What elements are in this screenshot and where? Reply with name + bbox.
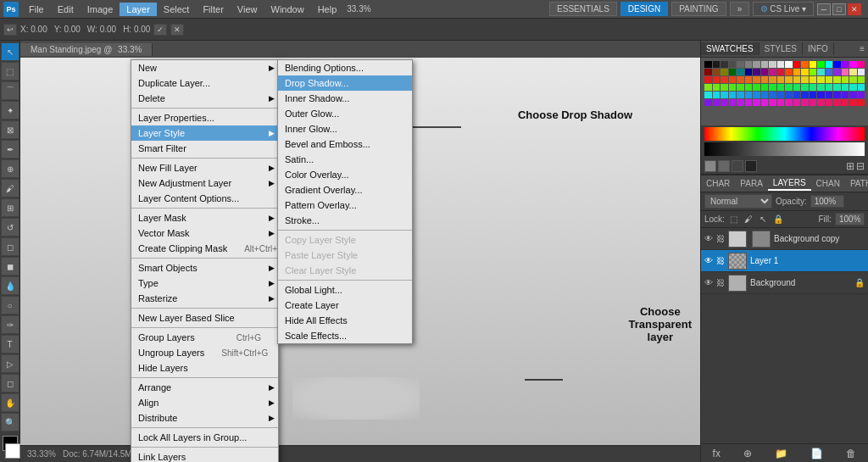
lock-all-btn[interactable]: 🔒: [771, 214, 785, 224]
move-tool[interactable]: ↖: [1, 42, 19, 61]
shape-tool[interactable]: ◻: [1, 374, 19, 392]
swatch-cell[interactable]: [761, 99, 769, 106]
layer-chain-bg-copy[interactable]: ⛓: [716, 234, 725, 243]
menu-vector-mask[interactable]: Vector Mask▶: [131, 225, 278, 241]
swatch-cell[interactable]: [777, 92, 785, 98]
menu-view[interactable]: View: [231, 3, 264, 16]
history-tool[interactable]: ↺: [1, 218, 19, 237]
submenu-color-overlay[interactable]: Color Overlay...: [278, 167, 412, 182]
swatch-cell[interactable]: [704, 61, 712, 68]
swatch-cell[interactable]: [842, 99, 849, 106]
layer-eye-bg[interactable]: 👁: [704, 278, 713, 287]
menu-filter[interactable]: Filter: [196, 3, 230, 16]
swatch-cell[interactable]: [729, 61, 737, 68]
swatch-cell[interactable]: [729, 92, 737, 98]
maximize-button[interactable]: □: [832, 3, 846, 15]
submenu-scale-effects[interactable]: Scale Effects...: [278, 328, 412, 343]
swatch-cell[interactable]: [704, 84, 712, 91]
swatch-cell[interactable]: [745, 92, 753, 98]
menu-hide-layers[interactable]: Hide Layers: [131, 360, 278, 376]
swatch-cell[interactable]: [704, 76, 712, 83]
swatch-cell[interactable]: [793, 76, 801, 83]
submenu-gradient-overlay[interactable]: Gradient Overlay...: [278, 182, 412, 198]
submenu-bevel-emboss[interactable]: Bevel and Emboss...: [278, 136, 412, 152]
panel-more-button[interactable]: ≡: [856, 44, 868, 53]
swatch-cell[interactable]: [713, 84, 721, 91]
swatch-cell[interactable]: [858, 84, 865, 91]
menu-group-layers[interactable]: Group LayersCtrl+G: [131, 330, 278, 345]
swatch-cell[interactable]: [713, 92, 721, 98]
swatch-cell[interactable]: [817, 99, 825, 106]
menu-image[interactable]: Image: [81, 3, 120, 16]
tab-para[interactable]: PARA: [735, 177, 768, 190]
submenu-satin[interactable]: Satin...: [278, 152, 412, 167]
swatch-cell[interactable]: [858, 61, 865, 68]
swatch-cell[interactable]: [801, 99, 809, 106]
swatch-cell[interactable]: [810, 92, 817, 98]
swatch-cell[interactable]: [826, 69, 833, 75]
swatch-cell[interactable]: [826, 61, 833, 68]
swatch-cell[interactable]: [858, 92, 865, 98]
swatch-cell[interactable]: [769, 84, 776, 91]
path-tool[interactable]: ▷: [1, 354, 19, 373]
text-tool[interactable]: T: [1, 335, 19, 353]
swatch-cell[interactable]: [753, 69, 760, 75]
menu-window[interactable]: Window: [264, 3, 311, 16]
swatch-cell[interactable]: [761, 76, 769, 83]
swatch-cell[interactable]: [842, 92, 849, 98]
swatch-cell[interactable]: [745, 84, 753, 91]
tab-chan[interactable]: CHAN: [811, 177, 845, 190]
dodge-tool[interactable]: ○: [1, 296, 19, 314]
swatch-cell[interactable]: [753, 61, 760, 68]
menu-rasterize[interactable]: Rasterize▶: [131, 291, 278, 306]
swatch-cell[interactable]: [785, 69, 793, 75]
swatch-cell[interactable]: [785, 92, 793, 98]
swatch-cell[interactable]: [777, 76, 785, 83]
swatch-cell[interactable]: [833, 61, 841, 68]
healing-tool[interactable]: ⊕: [1, 159, 19, 178]
submenu-hide-all-effects[interactable]: Hide All Effects: [278, 313, 412, 328]
background-color[interactable]: [5, 443, 20, 459]
menu-smart-filter[interactable]: Smart Filter: [131, 141, 278, 156]
menu-delete[interactable]: Delete▶: [131, 91, 278, 106]
hand-tool[interactable]: ✋: [1, 393, 19, 412]
swatch-cell[interactable]: [849, 76, 857, 83]
menu-edit[interactable]: Edit: [51, 3, 81, 16]
submenu-blending-options[interactable]: Blending Options...: [278, 60, 412, 75]
swatch-cell[interactable]: [753, 92, 760, 98]
submenu-inner-glow[interactable]: Inner Glow...: [278, 121, 412, 136]
menu-new-adjustment-layer[interactable]: New Adjustment Layer▶: [131, 175, 278, 191]
swatch-cell[interactable]: [810, 99, 817, 106]
layer-new-button[interactable]: 📄: [807, 448, 826, 459]
tab-path[interactable]: PATH: [845, 177, 868, 190]
swatch-cell[interactable]: [737, 61, 744, 68]
swatch-cell[interactable]: [801, 84, 809, 91]
layer-delete-button[interactable]: 🗑: [843, 448, 860, 459]
swatch-cell[interactable]: [801, 61, 809, 68]
swatch-cell[interactable]: [737, 99, 744, 106]
submenu-create-layer[interactable]: Create Layer: [278, 298, 412, 313]
swatch-cell[interactable]: [753, 76, 760, 83]
swatch-cell[interactable]: [833, 69, 841, 75]
swatch-cell[interactable]: [833, 84, 841, 91]
menu-select[interactable]: Select: [157, 3, 197, 16]
swatch-cell[interactable]: [793, 92, 801, 98]
swatch-cell[interactable]: [721, 76, 728, 83]
submenu-drop-shadow[interactable]: Drop Shadow...: [278, 75, 412, 91]
tab-swatches[interactable]: SWATCHES: [701, 42, 760, 55]
swatch-cell[interactable]: [817, 69, 825, 75]
opacity-input[interactable]: [810, 195, 844, 208]
swatch-cell[interactable]: [785, 84, 793, 91]
layer-item-background[interactable]: 👁 ⛓ Background 🔒: [701, 272, 868, 294]
swatch-cell[interactable]: [777, 61, 785, 68]
swatch-cell[interactable]: [833, 92, 841, 98]
lasso-tool[interactable]: ⌒: [1, 81, 19, 100]
commit-button[interactable]: ✓: [153, 24, 167, 36]
swatch-cell[interactable]: [858, 76, 865, 83]
swatch-cell[interactable]: [817, 76, 825, 83]
swatch-cell[interactable]: [842, 69, 849, 75]
swatch-cell[interactable]: [745, 99, 753, 106]
swatch-cell[interactable]: [817, 92, 825, 98]
tab-info[interactable]: INFO: [803, 42, 834, 55]
lock-position-btn[interactable]: ↖: [758, 214, 768, 224]
